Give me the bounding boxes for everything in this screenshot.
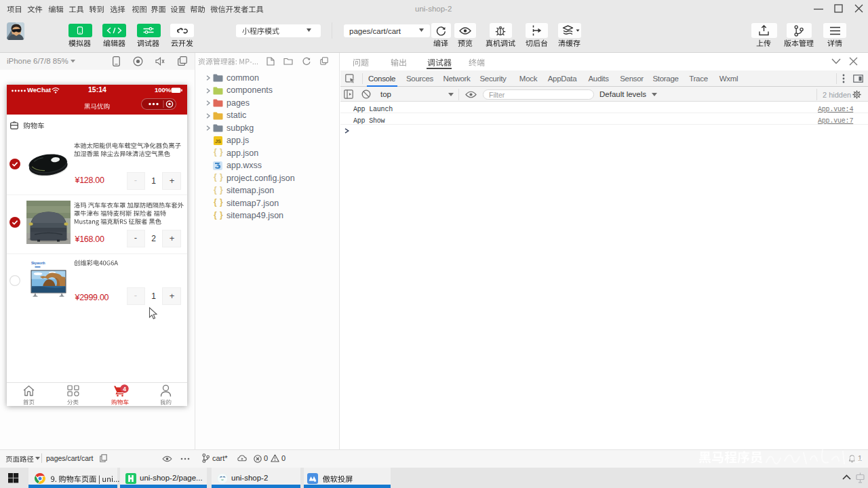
svg-text:4: 4 (123, 385, 126, 392)
svg-text:Skyworth: Skyworth (31, 262, 45, 265)
svg-text:JS: JS (215, 138, 221, 144)
